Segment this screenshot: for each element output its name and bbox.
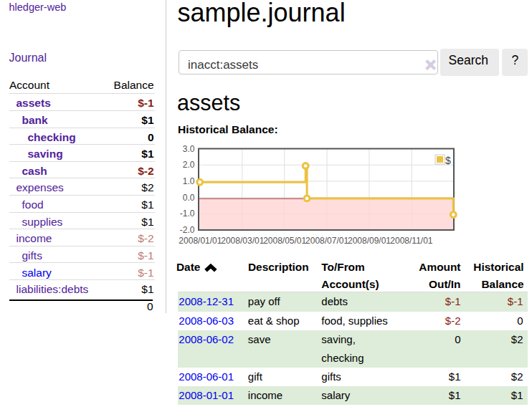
svg-text:-2.0: -2.0 xyxy=(180,225,195,235)
svg-text:0.0: 0.0 xyxy=(183,193,195,203)
svg-text:-1.0: -1.0 xyxy=(180,208,195,219)
svg-text:2008/03/01: 2008/03/01 xyxy=(221,236,264,246)
svg-text:2008/05/01: 2008/05/01 xyxy=(263,236,306,246)
svg-text:2.0: 2.0 xyxy=(183,160,195,170)
svg-text:$: $ xyxy=(445,155,451,166)
svg-text:2008/01/01: 2008/01/01 xyxy=(179,236,222,246)
svg-text:2008/07/01: 2008/07/01 xyxy=(305,236,348,246)
svg-text:2008/11/01: 2008/11/01 xyxy=(390,236,432,246)
svg-text:3.0: 3.0 xyxy=(183,144,195,154)
svg-text:2008/09/01: 2008/09/01 xyxy=(348,236,391,246)
svg-text:1.0: 1.0 xyxy=(183,176,195,186)
